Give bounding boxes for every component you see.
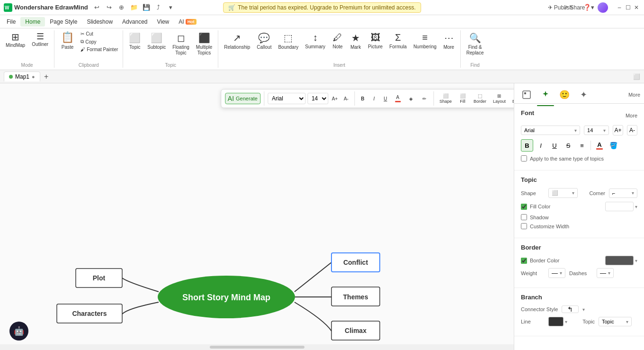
underline-tool[interactable]: U xyxy=(548,139,561,152)
line-color-dropdown[interactable]: ▾ xyxy=(565,319,567,324)
floating-topic-button[interactable]: ◻ FloatingTopic xyxy=(170,30,192,58)
minimize-button[interactable]: – xyxy=(616,4,623,11)
tab-map1[interactable]: Map1 ● xyxy=(4,72,40,81)
font-color-button[interactable]: A xyxy=(392,94,403,103)
subtopic-button[interactable]: ⬜ Subtopic xyxy=(144,30,169,52)
fill-color-button[interactable]: ◈ xyxy=(405,95,417,102)
panel-tab-ai[interactable] xyxy=(537,86,554,103)
paste-button[interactable]: 📋 Paste xyxy=(57,30,78,51)
scrollbar-thumb[interactable] xyxy=(210,346,304,349)
note-button[interactable]: 🖊 Note xyxy=(329,30,346,52)
panel-tab-emoji[interactable]: 🙂 xyxy=(556,86,573,103)
multiple-topics-button[interactable]: ⬛ MultipleTopics xyxy=(193,30,215,58)
font-size-increase[interactable]: A+ xyxy=(330,95,340,102)
avatar[interactable] xyxy=(598,2,608,13)
copy-button[interactable]: ⧉ Copy xyxy=(79,38,120,45)
layout-toolbar-button[interactable]: ⊞ Layout xyxy=(491,92,508,105)
summary-button[interactable]: ↕ Summary xyxy=(302,30,328,52)
border-toolbar-button[interactable]: ⬚ Border xyxy=(471,92,489,105)
panel-more-button[interactable]: More xyxy=(628,92,640,98)
font-size-decrease[interactable]: A- xyxy=(341,95,351,102)
ai-assistant-button[interactable]: 🤖 xyxy=(9,322,28,341)
menu-file[interactable]: File xyxy=(2,17,20,27)
tab-maximize-button[interactable]: ⬜ xyxy=(633,73,640,80)
tab-close-button[interactable]: ● xyxy=(32,74,35,80)
panel-tab-star[interactable]: ✦ xyxy=(575,86,592,103)
more-title-btn[interactable]: ▾ xyxy=(166,2,176,13)
shape-selector[interactable]: ⬜▾ xyxy=(548,188,578,198)
bold-tool[interactable]: B xyxy=(521,139,533,152)
export-button[interactable]: ⤴ xyxy=(153,2,164,13)
border-color-swatch[interactable] xyxy=(605,256,634,265)
numbering-button[interactable]: ≡ Numbering xyxy=(411,30,439,52)
redo-button[interactable]: ↪ xyxy=(104,2,115,13)
italic-tool[interactable]: I xyxy=(535,139,547,152)
line-color-swatch[interactable] xyxy=(548,317,564,326)
panel-tabs: 🙂 ✦ More xyxy=(514,83,644,104)
mark-button[interactable]: ★ Mark xyxy=(347,30,364,52)
help-button[interactable]: ❓▾ xyxy=(583,2,594,13)
menu-view[interactable]: View xyxy=(152,17,174,27)
undo-button[interactable]: ↩ xyxy=(92,2,102,13)
font-name-selector[interactable]: Arial ▾ xyxy=(521,126,580,135)
font-selector[interactable]: Arial xyxy=(268,93,305,104)
panel-tab-style[interactable] xyxy=(518,86,535,103)
italic-button[interactable]: I xyxy=(369,95,379,102)
formula-button[interactable]: Σ Formula xyxy=(386,30,410,52)
callout-button[interactable]: 💬 Callout xyxy=(254,30,274,52)
topic-button[interactable]: ⬜ Topic xyxy=(126,30,143,52)
format-painter-button[interactable]: 🖌 Format Painter xyxy=(79,46,120,53)
fill-color-tool[interactable]: 🪣 xyxy=(607,139,619,152)
menu-home[interactable]: Home xyxy=(20,17,45,27)
connector-style-dropdown[interactable]: ▾ xyxy=(582,307,585,312)
font-size-selector[interactable]: 14 xyxy=(307,93,328,104)
font-size-up[interactable]: A+ xyxy=(613,125,623,135)
generate-button[interactable]: AI Generate xyxy=(225,93,260,104)
close-button[interactable]: ✕ xyxy=(633,4,640,11)
font-size-down[interactable]: A- xyxy=(627,125,637,135)
shape-toolbar-button[interactable]: ⬜ Shape xyxy=(437,92,454,105)
share-button[interactable]: ⇗ Share xyxy=(569,2,580,13)
cut-button[interactable]: ✂ Cut xyxy=(79,30,120,37)
strikethrough-tool[interactable]: S xyxy=(562,139,574,152)
highlight-button[interactable]: ✏ xyxy=(419,95,430,102)
border-color-dropdown[interactable]: ▾ xyxy=(635,258,637,263)
branch-toolbar-button[interactable]: ⑂ Branch xyxy=(510,92,514,105)
connector-style-selector[interactable]: ↰ xyxy=(562,305,579,313)
border-color-checkbox[interactable] xyxy=(521,258,527,264)
menu-advanced[interactable]: Advanced xyxy=(117,17,152,27)
font-size-control[interactable]: 14 ▾ xyxy=(584,126,609,135)
fill-color-dropdown[interactable]: ▾ xyxy=(635,204,637,209)
underline-button[interactable]: U xyxy=(381,95,390,102)
customize-width-checkbox[interactable] xyxy=(521,223,527,229)
picture-button[interactable]: 🖼 Picture xyxy=(365,30,385,52)
topic-selector[interactable]: Topic▾ xyxy=(599,317,632,326)
shadow-checkbox[interactable] xyxy=(521,214,527,220)
find-replace-button[interactable]: 🔍 Find &Replace xyxy=(464,30,487,58)
maximize-button[interactable]: ☐ xyxy=(624,4,632,11)
tab-add-button[interactable]: + xyxy=(41,72,52,82)
corner-selector[interactable]: ⌐▾ xyxy=(609,188,637,198)
menu-page-style[interactable]: Page Style xyxy=(45,17,82,27)
save-button[interactable]: 💾 xyxy=(141,2,152,13)
menu-slideshow[interactable]: Slideshow xyxy=(82,17,117,27)
mindmap-button[interactable]: ⊞ MindMap xyxy=(3,30,28,50)
align-tool[interactable]: ≡ xyxy=(576,139,588,152)
dashes-selector[interactable]: — ▾ xyxy=(597,268,614,278)
outliner-button[interactable]: ☰ Outliner xyxy=(29,30,51,49)
open-button[interactable]: 📁 xyxy=(129,2,139,13)
boundary-button[interactable]: ⬚ Boundary xyxy=(275,30,301,52)
relationship-button[interactable]: ↗ Relationship xyxy=(221,30,253,52)
menu-ai[interactable]: AI Hot xyxy=(174,17,201,27)
fill-color-checkbox[interactable] xyxy=(521,204,527,210)
weight-selector[interactable]: — ▾ xyxy=(548,268,565,278)
fill-color-swatch[interactable] xyxy=(605,202,634,211)
scrollbar-x[interactable] xyxy=(0,344,514,350)
font-color-tool[interactable]: A xyxy=(593,139,606,152)
font-more-button[interactable]: More xyxy=(626,113,637,118)
fill-toolbar-button[interactable]: ⬜ Fill xyxy=(456,92,469,105)
new-button[interactable]: ⊕ xyxy=(116,2,127,13)
more-insert-button[interactable]: ⋯ More xyxy=(440,30,457,52)
apply-same-checkbox[interactable] xyxy=(521,155,527,162)
bold-button[interactable]: B xyxy=(358,95,367,102)
